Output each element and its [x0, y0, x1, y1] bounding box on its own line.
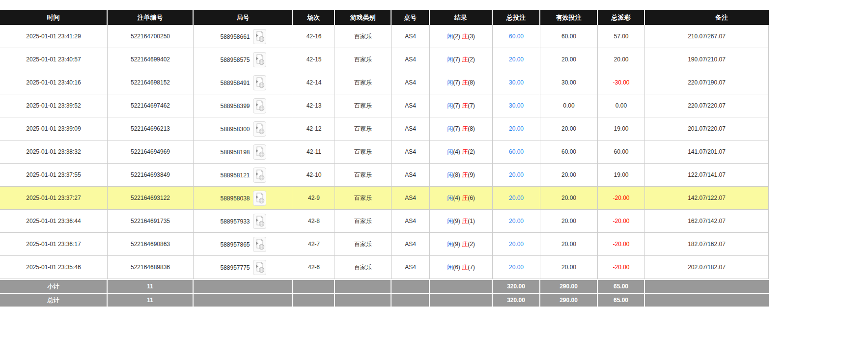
video-replay-button[interactable]: [253, 191, 266, 206]
player-result-label: 闲: [447, 33, 453, 40]
summary-row: 小计 11 320.00 290.00 65.00: [0, 279, 769, 293]
summary-total-bet: 320.00: [493, 279, 540, 293]
banker-result-value: (3): [468, 33, 475, 40]
cell-time: 2025-01-01 23:35:46: [0, 256, 108, 279]
cell-total-bet[interactable]: 60.00: [493, 25, 540, 48]
table-row[interactable]: 2025-01-01 23:38:32 522164694969 5889581…: [0, 140, 769, 164]
table-row[interactable]: 2025-01-01 23:37:27 522164693122 5889580…: [0, 187, 769, 210]
table-row[interactable]: 2025-01-01 23:35:46 522164689836 5889577…: [0, 256, 769, 279]
cell-total-bet[interactable]: 20.00: [493, 210, 540, 233]
table-row[interactable]: 2025-01-01 23:37:55 522164693849 5889581…: [0, 164, 769, 187]
video-replay-icon: [253, 168, 266, 182]
cell-time: 2025-01-01 23:36:44: [0, 210, 108, 233]
video-replay-button[interactable]: [253, 52, 266, 67]
video-replay-button[interactable]: [253, 237, 266, 252]
table-row[interactable]: 2025-01-01 23:40:57 522164699402 5889585…: [0, 48, 769, 71]
summary-empty-result: [430, 293, 493, 307]
cell-total-payout: 60.00: [598, 140, 645, 164]
cell-result: 闲(4) 庄(2): [430, 140, 493, 164]
player-result-label: 闲: [447, 148, 453, 155]
cell-remark: 122.07/141.07: [645, 164, 769, 187]
cell-total-bet[interactable]: 20.00: [493, 233, 540, 256]
cell-table-no: AS4: [392, 187, 430, 210]
video-replay-button[interactable]: [253, 214, 266, 229]
player-result-label: 闲: [447, 241, 453, 248]
video-replay-icon: [253, 191, 266, 205]
cell-remark: 190.07/210.07: [645, 48, 769, 71]
cell-total-bet[interactable]: 30.00: [493, 71, 540, 94]
cell-time: 2025-01-01 23:37:27: [0, 187, 108, 210]
cell-table-no: AS4: [392, 25, 430, 48]
video-replay-icon: [253, 237, 266, 252]
cell-bet-id: 522164700250: [108, 25, 194, 48]
cell-valid-bet: 60.00: [540, 140, 598, 164]
table-row[interactable]: 2025-01-01 23:40:16 522164698152 5889584…: [0, 71, 769, 94]
round-id-text: 588958399: [220, 102, 250, 109]
cell-bet-id: 522164693849: [108, 164, 194, 187]
table-row[interactable]: 2025-01-01 23:41:29 522164700250 5889586…: [0, 25, 769, 48]
cell-round-id: 588958661: [194, 25, 293, 48]
round-id-text: 588958038: [220, 195, 250, 201]
cell-session: 42-7: [293, 233, 335, 256]
cell-bet-id: 522164696213: [108, 117, 194, 140]
video-replay-button[interactable]: [253, 121, 266, 137]
cell-result: 闲(7) 庄(8): [430, 117, 493, 140]
col-header-total-payout: 总派彩: [598, 10, 645, 25]
player-result-value: (6): [453, 264, 460, 271]
video-replay-button[interactable]: [253, 98, 266, 113]
cell-total-bet[interactable]: 20.00: [493, 48, 540, 71]
cell-round-id: 588957933: [194, 210, 293, 233]
round-id-text: 588958575: [220, 56, 250, 63]
banker-result-value: (7): [468, 264, 475, 271]
col-header-remark: 备注: [645, 10, 769, 25]
cell-session: 42-6: [293, 256, 335, 279]
cell-session: 42-12: [293, 117, 335, 140]
cell-table-no: AS4: [392, 48, 430, 71]
table-row[interactable]: 2025-01-01 23:39:52 522164697462 5889583…: [0, 94, 769, 117]
cell-valid-bet: 20.00: [540, 164, 598, 187]
cell-total-bet[interactable]: 30.00: [493, 94, 540, 117]
bet-records-table: 时间 注单编号 局号 场次 游戏类别 桌号 结果 总投注 有效投注 总派彩 备注…: [0, 10, 769, 307]
cell-time: 2025-01-01 23:39:09: [0, 117, 108, 140]
video-replay-button[interactable]: [253, 260, 266, 275]
cell-valid-bet: 60.00: [540, 25, 598, 48]
cell-session: 42-13: [293, 94, 335, 117]
banker-result-label: 庄: [462, 33, 468, 40]
cell-total-bet[interactable]: 60.00: [493, 140, 540, 164]
cell-total-bet[interactable]: 20.00: [493, 117, 540, 140]
table-row[interactable]: 2025-01-01 23:39:09 522164696213 5889583…: [0, 117, 769, 140]
cell-table-no: AS4: [392, 233, 430, 256]
video-replay-button[interactable]: [253, 168, 266, 183]
cell-total-bet[interactable]: 20.00: [493, 256, 540, 279]
video-replay-button[interactable]: [253, 75, 266, 90]
col-header-table-no: 桌号: [392, 10, 430, 25]
video-replay-icon: [253, 53, 266, 67]
cell-bet-id: 522164697462: [108, 94, 194, 117]
summary-empty-session: [293, 293, 335, 307]
cell-game-type: 百家乐: [335, 140, 392, 164]
player-result-value: (7): [453, 56, 460, 63]
summary-empty-remark: [645, 279, 769, 293]
cell-total-bet[interactable]: 20.00: [493, 187, 540, 210]
cell-result: 闲(7) 庄(2): [430, 48, 493, 71]
header-row: 时间 注单编号 局号 场次 游戏类别 桌号 结果 总投注 有效投注 总派彩 备注: [0, 10, 769, 25]
cell-valid-bet: 30.00: [540, 71, 598, 94]
cell-valid-bet: 20.00: [540, 210, 598, 233]
cell-round-id: 588958575: [194, 48, 293, 71]
cell-round-id: 588958491: [194, 71, 293, 94]
video-replay-button[interactable]: [253, 29, 266, 44]
cell-valid-bet: 20.00: [540, 187, 598, 210]
cell-time: 2025-01-01 23:38:32: [0, 140, 108, 164]
cell-game-type: 百家乐: [335, 71, 392, 94]
summary-empty-table-no: [392, 293, 430, 307]
table-row[interactable]: 2025-01-01 23:36:44 522164691735 5889579…: [0, 210, 769, 233]
banker-result-label: 庄: [462, 195, 468, 201]
cell-time: 2025-01-01 23:40:57: [0, 48, 108, 71]
summary-empty-session: [293, 279, 335, 293]
table-row[interactable]: 2025-01-01 23:36:17 522164690863 5889578…: [0, 233, 769, 256]
cell-remark: 210.07/267.07: [645, 25, 769, 48]
cell-total-bet[interactable]: 20.00: [493, 164, 540, 187]
cell-valid-bet: 20.00: [540, 256, 598, 279]
cell-table-no: AS4: [392, 94, 430, 117]
video-replay-button[interactable]: [253, 144, 266, 160]
